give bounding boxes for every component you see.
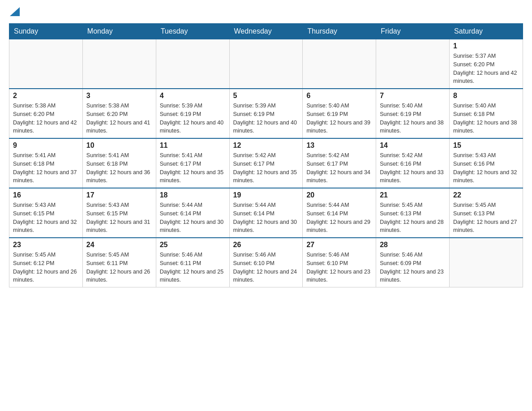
calendar-day-cell: 14Sunrise: 5:42 AMSunset: 6:16 PMDayligh… (376, 138, 450, 188)
calendar-day-cell: 5Sunrise: 5:39 AMSunset: 6:19 PMDaylight… (229, 89, 303, 138)
day-number: 25 (160, 241, 226, 249)
calendar-day-cell: 28Sunrise: 5:46 AMSunset: 6:09 PMDayligh… (376, 238, 450, 287)
calendar-day-cell: 3Sunrise: 5:38 AMSunset: 6:20 PMDaylight… (82, 89, 156, 138)
day-number: 21 (380, 191, 446, 199)
day-info: Sunrise: 5:39 AMSunset: 6:19 PMDaylight:… (160, 102, 226, 135)
calendar-day-cell: 25Sunrise: 5:46 AMSunset: 6:11 PMDayligh… (156, 238, 229, 287)
calendar-day-cell: 1Sunrise: 5:37 AMSunset: 6:20 PMDaylight… (450, 39, 523, 89)
day-info: Sunrise: 5:46 AMSunset: 6:09 PMDaylight:… (380, 251, 446, 284)
day-number: 11 (160, 141, 226, 150)
day-number: 13 (306, 141, 372, 150)
weekday-header-thursday: Thursday (303, 24, 376, 39)
calendar-day-cell (229, 39, 303, 89)
calendar-week-row: 1Sunrise: 5:37 AMSunset: 6:20 PMDaylight… (9, 39, 523, 89)
day-info: Sunrise: 5:44 AMSunset: 6:14 PMDaylight:… (233, 201, 299, 235)
calendar-day-cell: 11Sunrise: 5:41 AMSunset: 6:17 PMDayligh… (156, 138, 229, 188)
day-number: 4 (160, 92, 226, 100)
day-info: Sunrise: 5:46 AMSunset: 6:10 PMDaylight:… (306, 251, 372, 284)
day-number: 24 (86, 241, 152, 249)
day-number: 14 (380, 141, 446, 150)
day-info: Sunrise: 5:41 AMSunset: 6:17 PMDaylight:… (160, 151, 226, 185)
day-info: Sunrise: 5:40 AMSunset: 6:19 PMDaylight:… (380, 102, 446, 135)
day-info: Sunrise: 5:40 AMSunset: 6:19 PMDaylight:… (306, 102, 372, 135)
calendar-week-row: 23Sunrise: 5:45 AMSunset: 6:12 PMDayligh… (9, 238, 523, 287)
day-number: 17 (86, 191, 152, 199)
weekday-header-friday: Friday (376, 24, 450, 39)
day-info: Sunrise: 5:44 AMSunset: 6:14 PMDaylight:… (306, 201, 372, 235)
day-number: 15 (453, 141, 519, 150)
day-info: Sunrise: 5:39 AMSunset: 6:19 PMDaylight:… (233, 102, 299, 135)
calendar-day-cell: 22Sunrise: 5:45 AMSunset: 6:13 PMDayligh… (450, 188, 523, 238)
day-info: Sunrise: 5:43 AMSunset: 6:16 PMDaylight:… (453, 151, 519, 185)
calendar-day-cell: 7Sunrise: 5:40 AMSunset: 6:19 PMDaylight… (376, 89, 450, 138)
svg-marker-0 (10, 7, 20, 16)
day-info: Sunrise: 5:45 AMSunset: 6:12 PMDaylight:… (13, 251, 79, 284)
day-info: Sunrise: 5:45 AMSunset: 6:13 PMDaylight:… (453, 201, 519, 235)
day-info: Sunrise: 5:42 AMSunset: 6:17 PMDaylight:… (233, 151, 299, 185)
day-info: Sunrise: 5:44 AMSunset: 6:14 PMDaylight:… (160, 201, 226, 235)
calendar-day-cell: 24Sunrise: 5:45 AMSunset: 6:11 PMDayligh… (82, 238, 156, 287)
weekday-header-monday: Monday (82, 24, 156, 39)
day-info: Sunrise: 5:43 AMSunset: 6:15 PMDaylight:… (86, 201, 152, 235)
calendar-day-cell: 8Sunrise: 5:40 AMSunset: 6:18 PMDaylight… (450, 89, 523, 138)
calendar-week-row: 9Sunrise: 5:41 AMSunset: 6:18 PMDaylight… (9, 138, 523, 188)
calendar-day-cell: 10Sunrise: 5:41 AMSunset: 6:18 PMDayligh… (82, 138, 156, 188)
day-number: 2 (13, 92, 79, 100)
day-info: Sunrise: 5:46 AMSunset: 6:10 PMDaylight:… (233, 251, 299, 284)
day-number: 20 (306, 191, 372, 199)
day-info: Sunrise: 5:46 AMSunset: 6:11 PMDaylight:… (160, 251, 226, 284)
day-number: 18 (160, 191, 226, 199)
calendar-day-cell (376, 39, 450, 89)
day-number: 12 (233, 141, 299, 150)
day-number: 16 (13, 191, 79, 199)
day-number: 23 (13, 241, 79, 249)
calendar-day-cell: 18Sunrise: 5:44 AMSunset: 6:14 PMDayligh… (156, 188, 229, 238)
day-info: Sunrise: 5:38 AMSunset: 6:20 PMDaylight:… (13, 102, 79, 135)
calendar-day-cell: 4Sunrise: 5:39 AMSunset: 6:19 PMDaylight… (156, 89, 229, 138)
day-number: 10 (86, 141, 152, 150)
day-number: 27 (306, 241, 372, 249)
day-number: 1 (453, 42, 519, 50)
day-info: Sunrise: 5:42 AMSunset: 6:17 PMDaylight:… (306, 151, 372, 185)
calendar-table: SundayMondayTuesdayWednesdayThursdayFrid… (9, 23, 523, 287)
weekday-header-sunday: Sunday (9, 24, 83, 39)
calendar-week-row: 2Sunrise: 5:38 AMSunset: 6:20 PMDaylight… (9, 89, 523, 138)
calendar-day-cell: 15Sunrise: 5:43 AMSunset: 6:16 PMDayligh… (450, 138, 523, 188)
logo-triangle-icon (10, 7, 20, 16)
day-info: Sunrise: 5:38 AMSunset: 6:20 PMDaylight:… (86, 102, 152, 135)
day-info: Sunrise: 5:42 AMSunset: 6:16 PMDaylight:… (380, 151, 446, 185)
day-number: 5 (233, 92, 299, 100)
day-number: 9 (13, 141, 79, 150)
calendar-day-cell (303, 39, 376, 89)
calendar-week-row: 16Sunrise: 5:43 AMSunset: 6:15 PMDayligh… (9, 188, 523, 238)
calendar-day-cell: 27Sunrise: 5:46 AMSunset: 6:10 PMDayligh… (303, 238, 376, 287)
day-info: Sunrise: 5:37 AMSunset: 6:20 PMDaylight:… (453, 52, 519, 86)
calendar-day-cell: 16Sunrise: 5:43 AMSunset: 6:15 PMDayligh… (9, 188, 83, 238)
calendar-day-cell: 13Sunrise: 5:42 AMSunset: 6:17 PMDayligh… (303, 138, 376, 188)
calendar-day-cell: 23Sunrise: 5:45 AMSunset: 6:12 PMDayligh… (9, 238, 83, 287)
day-number: 8 (453, 92, 519, 100)
weekday-header-tuesday: Tuesday (156, 24, 229, 39)
calendar-day-cell: 9Sunrise: 5:41 AMSunset: 6:18 PMDaylight… (9, 138, 83, 188)
calendar-day-cell: 12Sunrise: 5:42 AMSunset: 6:17 PMDayligh… (229, 138, 303, 188)
calendar-day-cell: 26Sunrise: 5:46 AMSunset: 6:10 PMDayligh… (229, 238, 303, 287)
weekday-header-wednesday: Wednesday (229, 24, 303, 39)
calendar-day-cell: 17Sunrise: 5:43 AMSunset: 6:15 PMDayligh… (82, 188, 156, 238)
day-number: 7 (380, 92, 446, 100)
weekday-header-saturday: Saturday (450, 24, 523, 39)
day-number: 3 (86, 92, 152, 100)
day-number: 26 (233, 241, 299, 249)
day-info: Sunrise: 5:45 AMSunset: 6:11 PMDaylight:… (86, 251, 152, 284)
page-header (9, 9, 523, 16)
calendar-day-cell (82, 39, 156, 89)
calendar-day-cell (156, 39, 229, 89)
calendar-day-cell: 21Sunrise: 5:45 AMSunset: 6:13 PMDayligh… (376, 188, 450, 238)
calendar-day-cell (9, 39, 83, 89)
calendar-day-cell: 6Sunrise: 5:40 AMSunset: 6:19 PMDaylight… (303, 89, 376, 138)
day-info: Sunrise: 5:41 AMSunset: 6:18 PMDaylight:… (86, 151, 152, 185)
day-info: Sunrise: 5:43 AMSunset: 6:15 PMDaylight:… (13, 201, 79, 235)
day-number: 22 (453, 191, 519, 199)
day-number: 19 (233, 191, 299, 199)
calendar-day-cell: 20Sunrise: 5:44 AMSunset: 6:14 PMDayligh… (303, 188, 376, 238)
day-info: Sunrise: 5:40 AMSunset: 6:18 PMDaylight:… (453, 102, 519, 135)
